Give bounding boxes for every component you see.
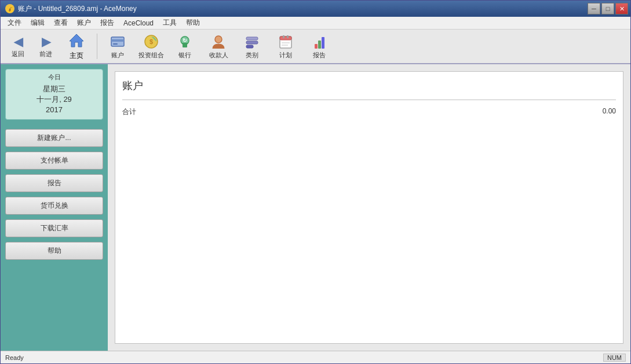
date-weekday: 星期三 xyxy=(9,84,99,94)
window-controls: ─ □ ✕ xyxy=(588,3,628,14)
report-label: 报告 xyxy=(313,51,326,60)
svg-rect-14 xyxy=(280,36,291,40)
svg-point-9 xyxy=(215,36,222,43)
pay-bill-button[interactable]: 支付帐单 xyxy=(5,152,103,170)
accounts-divider xyxy=(122,100,616,100)
section-title: 账户 xyxy=(122,79,616,93)
home-icon xyxy=(68,32,85,50)
svg-text:↻: ↻ xyxy=(183,38,187,43)
payee-label: 收款人 xyxy=(209,51,228,60)
today-date: 星期三 十一月, 29 2017 xyxy=(9,84,99,116)
total-value: 0.00 xyxy=(603,107,616,117)
title-bar-left: 💰 账户 - Untitled_26809.amj - AceMoney xyxy=(5,4,137,14)
status-ready-text: Ready xyxy=(5,354,24,361)
currency-exchange-button[interactable]: 货币兑换 xyxy=(5,197,103,215)
svg-rect-20 xyxy=(318,41,321,49)
svg-rect-15 xyxy=(283,35,285,38)
menu-file[interactable]: 文件 xyxy=(3,17,26,29)
date-month-day: 十一月, 29 xyxy=(9,94,99,105)
back-button[interactable]: ◀ 返回 xyxy=(5,31,31,61)
forward-label: 前进 xyxy=(39,50,52,58)
window-title: 账户 - Untitled_26809.amj - AceMoney xyxy=(18,4,137,14)
svg-text:$: $ xyxy=(149,38,153,45)
svg-rect-10 xyxy=(246,37,258,40)
portfolio-label: 投资组合 xyxy=(138,51,164,60)
new-account-button[interactable]: 新建账户... xyxy=(5,129,103,147)
toolbar-accounts-button[interactable]: 账户 xyxy=(102,31,133,61)
forward-icon: ▶ xyxy=(42,35,50,49)
main-window: 💰 账户 - Untitled_26809.amj - AceMoney ─ □… xyxy=(0,0,631,364)
total-row: 合计 0.00 xyxy=(122,105,616,119)
toolbar-portfolio-button[interactable]: $ 投资组合 xyxy=(136,31,167,61)
accounts-icon xyxy=(110,34,126,50)
app-icon: 💰 xyxy=(5,4,14,13)
toolbar-schedule-button[interactable]: 计划 xyxy=(270,31,301,61)
svg-rect-7 xyxy=(183,44,187,47)
payee-icon xyxy=(210,34,227,50)
sidebar: 今日 星期三 十一月, 29 2017 新建账户... 支付帐单 报告 货币兑换… xyxy=(1,64,108,351)
svg-rect-2 xyxy=(111,39,124,42)
toolbar: ◀ 返回 ▶ 前进 主页 xyxy=(1,30,630,64)
main-area: 今日 星期三 十一月, 29 2017 新建账户... 支付帐单 报告 货币兑换… xyxy=(1,64,630,351)
forward-button[interactable]: ▶ 前进 xyxy=(33,31,59,61)
content-panel: 账户 合计 0.00 xyxy=(108,64,630,351)
menu-reports[interactable]: 报告 xyxy=(96,17,119,29)
back-icon: ◀ xyxy=(14,35,23,49)
menu-tools[interactable]: 工具 xyxy=(158,17,181,29)
menu-bar: 文件 编辑 查看 账户 报告 AceCloud 工具 帮助 xyxy=(1,17,630,30)
toolbar-category-button[interactable]: 类别 xyxy=(236,31,268,61)
maximize-button[interactable]: □ xyxy=(601,3,614,14)
minimize-button[interactable]: ─ xyxy=(588,3,600,14)
date-year: 2017 xyxy=(9,105,99,115)
report-icon xyxy=(311,34,327,50)
svg-marker-0 xyxy=(70,34,83,47)
menu-view[interactable]: 查看 xyxy=(49,17,72,29)
bank-icon: ↻ xyxy=(177,34,193,50)
svg-rect-3 xyxy=(113,43,118,45)
menu-accounts[interactable]: 账户 xyxy=(72,17,96,29)
svg-rect-12 xyxy=(246,45,253,48)
toolbar-payee-button[interactable]: 收款人 xyxy=(203,31,234,61)
menu-acecloud[interactable]: AceCloud xyxy=(119,18,158,28)
svg-rect-11 xyxy=(246,41,258,44)
accounts-label: 账户 xyxy=(111,51,124,60)
status-num-indicator: NUM xyxy=(603,354,626,362)
status-bar: Ready NUM xyxy=(1,351,630,363)
schedule-label: 计划 xyxy=(279,51,292,60)
svg-rect-16 xyxy=(287,35,289,38)
close-button[interactable]: ✕ xyxy=(615,3,628,14)
menu-edit[interactable]: 编辑 xyxy=(26,17,49,29)
category-label: 类别 xyxy=(246,51,258,60)
total-label: 合计 xyxy=(122,107,136,117)
toolbar-bank-button[interactable]: ↻ 银行 xyxy=(169,31,200,61)
schedule-icon xyxy=(278,34,294,50)
category-icon xyxy=(244,34,260,50)
bank-label: 银行 xyxy=(178,51,191,60)
reports-button[interactable]: 报告 xyxy=(5,174,103,192)
svg-rect-21 xyxy=(322,37,324,49)
today-widget: 今日 星期三 十一月, 29 2017 xyxy=(5,69,103,120)
today-label: 今日 xyxy=(9,73,99,82)
back-label: 返回 xyxy=(12,50,24,58)
content-inner: 账户 合计 0.00 xyxy=(115,71,623,344)
svg-rect-19 xyxy=(315,44,318,49)
help-button[interactable]: 帮助 xyxy=(5,242,103,260)
toolbar-report-button[interactable]: 报告 xyxy=(304,31,335,61)
home-button[interactable]: 主页 xyxy=(61,31,92,61)
status-right: NUM xyxy=(603,354,626,362)
title-bar: 💰 账户 - Untitled_26809.amj - AceMoney ─ □… xyxy=(1,1,630,17)
download-rates-button[interactable]: 下载汇率 xyxy=(5,219,103,237)
toolbar-divider-1 xyxy=(97,34,97,59)
portfolio-icon: $ xyxy=(143,34,159,50)
home-label: 主页 xyxy=(70,51,83,61)
menu-help[interactable]: 帮助 xyxy=(181,17,205,29)
